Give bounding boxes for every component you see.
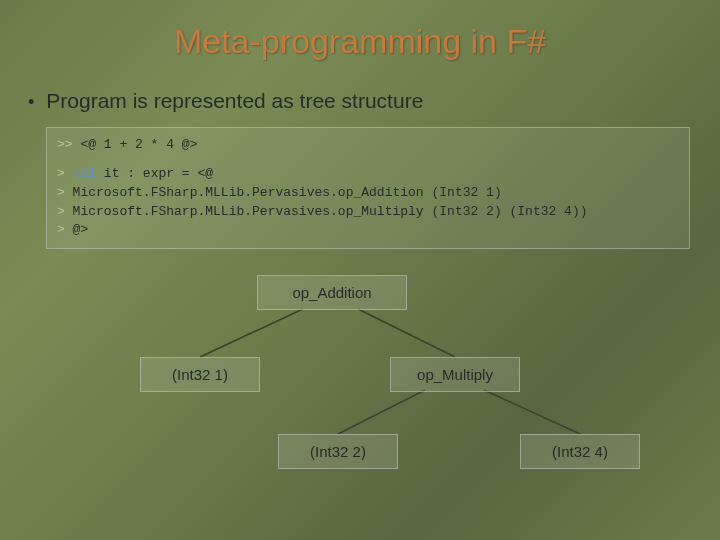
prompt: > <box>57 204 65 219</box>
bullet-item: • Program is represented as tree structu… <box>28 89 720 113</box>
prompt: >> <box>57 137 73 152</box>
tree-node-left: (Int32 1) <box>140 357 260 392</box>
prompt: > <box>57 185 65 200</box>
code-line: > @> <box>57 221 679 240</box>
prompt: > <box>57 222 65 237</box>
code-line: >> <@ 1 + 2 * 4 @> <box>57 136 679 155</box>
svg-line-1 <box>358 309 455 357</box>
bullet-text: Program is represented as tree structure <box>46 89 423 113</box>
code-line: > Microsoft.FSharp.MLLib.Pervasives.op_A… <box>57 184 679 203</box>
tree-node-root: op_Addition <box>257 275 407 310</box>
tree-node-rright: (Int32 4) <box>520 434 640 469</box>
slide-title: Meta-programming in F# <box>0 0 720 61</box>
prompt: > <box>57 166 65 181</box>
code-text: Microsoft.FSharp.MLLib.Pervasives.op_Add… <box>65 185 502 200</box>
svg-line-0 <box>200 309 303 357</box>
svg-line-3 <box>484 390 580 434</box>
tree-node-rleft: (Int32 2) <box>278 434 398 469</box>
tree-diagram: op_Addition (Int32 1) op_Multiply (Int32… <box>0 259 720 489</box>
code-text: it : expr = <@ <box>96 166 213 181</box>
code-text: @> <box>65 222 88 237</box>
bullet-dot-icon: • <box>28 92 34 113</box>
code-line: > Microsoft.FSharp.MLLib.Pervasives.op_M… <box>57 203 679 222</box>
code-line: > val it : expr = <@ <box>57 165 679 184</box>
code-text: Microsoft.FSharp.MLLib.Pervasives.op_Mul… <box>65 204 588 219</box>
code-block: >> <@ 1 + 2 * 4 @> > val it : expr = <@ … <box>46 127 690 249</box>
keyword: val <box>65 166 96 181</box>
code-text: <@ 1 + 2 * 4 @> <box>73 137 198 152</box>
tree-node-right: op_Multiply <box>390 357 520 392</box>
svg-line-2 <box>338 390 425 434</box>
